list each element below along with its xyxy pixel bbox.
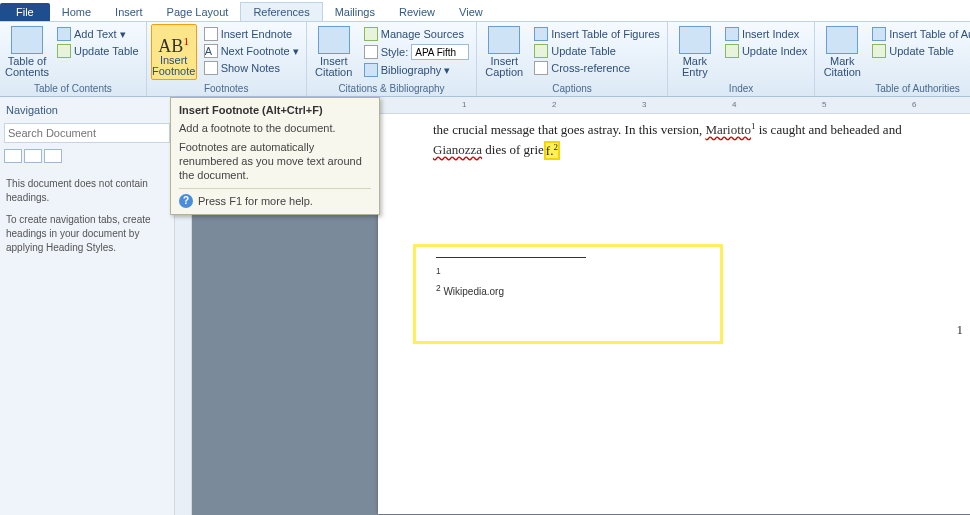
style-select[interactable]: Style: [361, 43, 473, 61]
nav-title: Navigation [4, 101, 170, 119]
nav-tab-pages[interactable] [24, 149, 42, 163]
group-label: Table of Contents [4, 82, 142, 94]
manage-sources-button[interactable]: Manage Sources [361, 26, 473, 42]
insert-index-button[interactable]: Insert Index [722, 26, 810, 42]
group-toa: MarkCitation Insert Table of Authorities… [815, 22, 970, 96]
add-text-button[interactable]: Add Text ▾ [54, 26, 142, 42]
help-icon: ? [179, 194, 193, 208]
group-captions: InsertCaption Insert Table of Figures Up… [477, 22, 668, 96]
next-footnote-button[interactable]: ANext Footnote ▾ [201, 43, 302, 59]
nav-msg: To create navigation tabs, create headin… [4, 209, 170, 259]
ribbon-tabs: File Home Insert Page Layout References … [0, 0, 970, 22]
group-label: Table of Authorities [819, 82, 970, 94]
next-footnote-icon: A [204, 44, 218, 58]
tab-mailings[interactable]: Mailings [323, 3, 387, 21]
update-caption-button[interactable]: Update Table [531, 43, 663, 59]
tab-review[interactable]: Review [387, 3, 447, 21]
update-toc-button[interactable]: Update Table [54, 43, 142, 59]
nav-view-tabs [4, 147, 170, 165]
proper-name: Mariotto [705, 122, 751, 137]
caption-icon [488, 26, 520, 54]
highlighted-text: f.2 [544, 141, 560, 160]
tooltip-insert-footnote: Insert Footnote (Alt+Ctrl+F) Add a footn… [170, 97, 380, 215]
index-icon [725, 27, 739, 41]
footnote-entry[interactable]: 1 [436, 266, 700, 280]
nav-msg: This document does not contain headings. [4, 173, 170, 209]
style-dropdown[interactable] [411, 44, 469, 60]
update-icon [534, 44, 548, 58]
tooltip-help: ? Press F1 for more help. [179, 188, 371, 208]
mark-citation-button[interactable]: MarkCitation [819, 24, 865, 80]
body-text[interactable]: the crucial message that goes astray. In… [433, 118, 958, 159]
style-icon [364, 45, 378, 59]
group-citations: InsertCitation Manage Sources Style: Bib… [307, 22, 478, 96]
update-index-button[interactable]: Update Index [722, 43, 810, 59]
group-label: Citations & Bibliography [311, 82, 473, 94]
page[interactable]: the crucial message that goes astray. In… [378, 114, 970, 514]
mark-entry-button[interactable]: MarkEntry [672, 24, 718, 80]
toc-icon [11, 26, 43, 54]
show-notes-button[interactable]: Show Notes [201, 60, 302, 76]
nav-tab-headings[interactable] [4, 149, 22, 163]
mark-entry-icon [679, 26, 711, 54]
navigation-pane: Navigation This document does not contai… [0, 97, 175, 515]
tooltip-desc: Add a footnote to the document. [179, 121, 371, 135]
add-text-icon [57, 27, 71, 41]
tab-page-layout[interactable]: Page Layout [155, 3, 241, 21]
insert-caption-button[interactable]: InsertCaption [481, 24, 527, 80]
tab-home[interactable]: Home [50, 3, 103, 21]
toc-button[interactable]: Table ofContents [4, 24, 50, 80]
update-icon [872, 44, 886, 58]
ribbon: Table ofContents Add Text ▾ Update Table… [0, 22, 970, 97]
group-footnotes: AB1 InsertFootnote Insert Endnote ANext … [147, 22, 307, 96]
footnote-separator [436, 257, 586, 258]
mark-citation-icon [826, 26, 858, 54]
endnote-icon [204, 27, 218, 41]
tooltip-desc2: Footnotes are automatically renumbered a… [179, 140, 371, 182]
insert-citation-button[interactable]: InsertCitation [311, 24, 357, 80]
insert-endnote-button[interactable]: Insert Endnote [201, 26, 302, 42]
tab-references[interactable]: References [240, 2, 322, 21]
tab-insert[interactable]: Insert [103, 3, 155, 21]
footnote-ab-icon: AB1 [158, 27, 189, 55]
tab-view[interactable]: View [447, 3, 495, 21]
group-index: MarkEntry Insert Index Update Index Inde… [668, 22, 815, 96]
update-toa-button[interactable]: Update Table [869, 43, 970, 59]
group-label: Index [672, 82, 810, 94]
tooltip-title: Insert Footnote (Alt+Ctrl+F) [179, 104, 323, 116]
show-notes-icon [204, 61, 218, 75]
tof-icon [534, 27, 548, 41]
tab-file[interactable]: File [0, 3, 50, 21]
footnote-ref[interactable]: 2 [553, 141, 558, 151]
update-icon [57, 44, 71, 58]
update-icon [725, 44, 739, 58]
group-label: Captions [481, 82, 663, 94]
proper-name: Gianozza [433, 143, 482, 158]
xref-icon [534, 61, 548, 75]
group-label: Footnotes [151, 82, 302, 94]
citation-icon [318, 26, 350, 54]
page-number: 1 [957, 322, 964, 338]
footnote-area[interactable]: 1 2 Wikipedia.org [413, 244, 723, 344]
sources-icon [364, 27, 378, 41]
bibliography-button[interactable]: Bibliography ▾ [361, 62, 473, 78]
bib-icon [364, 63, 378, 77]
group-toc: Table ofContents Add Text ▾ Update Table… [0, 22, 147, 96]
table-of-figures-button[interactable]: Insert Table of Figures [531, 26, 663, 42]
footnote-entry[interactable]: 2 Wikipedia.org [436, 283, 700, 297]
toa-icon [872, 27, 886, 41]
cross-reference-button[interactable]: Cross-reference [531, 60, 663, 76]
insert-toa-button[interactable]: Insert Table of Authorities [869, 26, 970, 42]
search-input[interactable] [4, 123, 170, 143]
insert-footnote-button[interactable]: AB1 InsertFootnote [151, 24, 197, 80]
nav-tab-results[interactable] [44, 149, 62, 163]
